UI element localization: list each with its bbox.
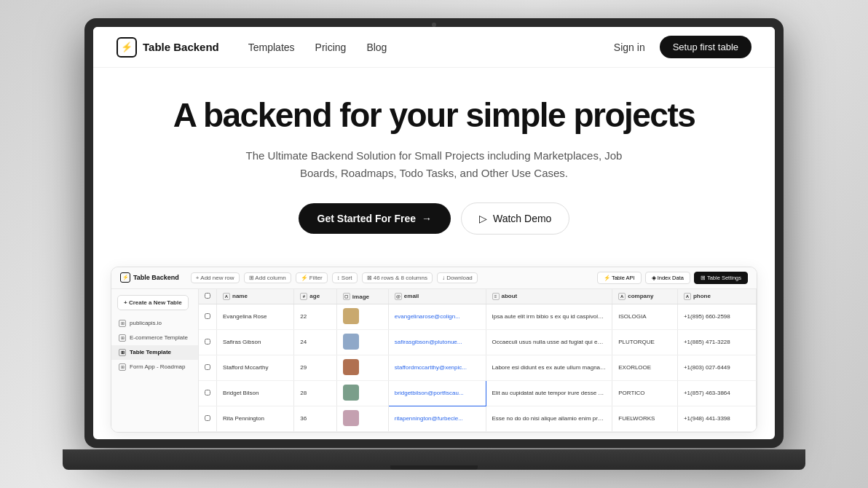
cell-about: Labore esi didunt es ex aute ullum magna… <box>486 355 612 380</box>
nav-link-pricing[interactable]: Pricing <box>315 42 347 53</box>
logo-icon: ⚡ <box>117 37 137 58</box>
row-select[interactable] <box>205 339 210 345</box>
table-icon: ⊞ <box>119 349 126 356</box>
rows-info-button[interactable]: ⊠ 46 rows & 8 columns <box>362 272 433 283</box>
webcam <box>432 23 436 27</box>
nav-link-templates[interactable]: Templates <box>248 42 295 53</box>
cell-company: EXORLOOE <box>612 355 678 380</box>
row-select[interactable] <box>205 364 210 370</box>
sidebar-item-form-app[interactable]: ⊞ Form App - Roadmap <box>111 360 198 374</box>
laptop-screen: ⚡ Table Backend Templates Pricing Blog S… <box>93 27 775 439</box>
avatar-image <box>343 410 359 426</box>
col-company: Acompany <box>612 289 678 304</box>
cell-email: evangelinarose@colign... <box>388 304 486 329</box>
index-data-button[interactable]: ◈ Index Data <box>645 272 690 284</box>
row-select[interactable] <box>205 415 210 421</box>
cell-about: Occaeculi usus nulla usse ad fugiat qui … <box>486 329 612 355</box>
table-icon: ⊞ <box>119 334 126 342</box>
table-row[interactable]: Stafford Mccarthy 29 staffordmccartthy@x… <box>199 355 757 380</box>
add-column-button[interactable]: ⊞ Add column <box>244 272 291 283</box>
select-all-checkbox[interactable] <box>205 293 210 299</box>
nav-logo[interactable]: ⚡ Table Backend <box>117 37 219 58</box>
col-phone: Aphone <box>677 289 756 304</box>
table-container: + Create a New Table ⊞ publicapis.io ⊞ E… <box>111 289 757 432</box>
cell-phone: +1(885) 471-3228 <box>677 329 756 355</box>
sidebar-item-table-template[interactable]: ⊞ Table Template <box>111 345 198 360</box>
col-icon: ◻ <box>343 293 350 300</box>
laptop-body: ⚡ Table Backend Templates Pricing Blog S… <box>84 18 784 448</box>
hero-section: A backend for your simple projects The U… <box>93 68 775 255</box>
cell-image <box>336 304 388 329</box>
table-row[interactable]: Safiras Gibson 24 safirasgibson@plutonue… <box>199 329 757 355</box>
laptop-base <box>63 449 805 470</box>
table-api-button[interactable]: ⚡ Table API <box>597 272 642 284</box>
cell-company: ISOLOGIA <box>612 304 678 329</box>
setup-table-button[interactable]: Setup first table <box>660 36 751 58</box>
table-toolbar: ⚡ Table Backend + Add new row ⊞ Add colu… <box>111 267 757 289</box>
toolbar-actions: + Add new row ⊞ Add column ⚡ Filter ↕ So… <box>191 272 591 283</box>
col-age: #age <box>294 289 337 304</box>
download-button[interactable]: ↓ Download <box>437 272 478 283</box>
tb-logo: ⚡ Table Backend <box>120 272 179 283</box>
cell-email: staffordmccartthy@xenpic... <box>388 355 486 380</box>
cell-company: PORTICO <box>612 380 678 406</box>
col-about: ≡about <box>486 289 612 304</box>
table-row[interactable]: Evangelina Rose 22 evangelinarose@colign… <box>199 304 757 329</box>
cell-age: 36 <box>294 406 337 431</box>
col-icon: # <box>300 293 307 300</box>
filter-button[interactable]: ⚡ Filter <box>296 272 328 283</box>
cell-company: FUELWORKS <box>612 406 678 431</box>
row-checkbox <box>199 304 217 329</box>
col-name: Aname <box>217 289 294 304</box>
cell-company: PLUTORQUE <box>612 329 678 355</box>
get-started-button[interactable]: Get Started For Free → <box>299 203 451 234</box>
sidebar-panel: + Create a New Table ⊞ publicapis.io ⊞ E… <box>111 289 199 432</box>
nav-link-blog[interactable]: Blog <box>366 42 387 53</box>
create-table-button[interactable]: + Create a New Table <box>117 295 189 310</box>
table-row[interactable]: Rita Pennington 36 ritapennington@furbec… <box>199 406 757 431</box>
table-settings-button[interactable]: ⊞ Table Settings <box>694 272 748 284</box>
cell-name: Stafford Mccarthy <box>217 355 294 380</box>
col-email: @email <box>388 289 486 304</box>
nav-links: Templates Pricing Blog <box>248 42 614 53</box>
table-icon: ⊞ <box>119 320 126 327</box>
data-table: Aname #age ◻image @email ≡about Acompany… <box>199 289 757 432</box>
row-checkbox <box>199 329 217 355</box>
cell-phone: +1(895) 660-2598 <box>677 304 756 329</box>
row-select[interactable] <box>205 313 210 319</box>
row-checkbox <box>199 406 217 431</box>
sort-button[interactable]: ↕ Sort <box>332 272 358 283</box>
cell-age: 28 <box>294 380 337 406</box>
signin-link[interactable]: Sign in <box>614 42 645 53</box>
navigation: ⚡ Table Backend Templates Pricing Blog S… <box>93 27 775 68</box>
sidebar-item-publicapis[interactable]: ⊞ publicapis.io <box>111 316 198 331</box>
cell-name: Bridget Bilson <box>217 380 294 406</box>
cell-image <box>336 406 388 431</box>
logo-text: Table Backend <box>143 41 219 53</box>
cell-name: Rita Pennington <box>217 406 294 431</box>
col-image: ◻image <box>336 289 388 304</box>
cell-age: 29 <box>294 355 337 380</box>
add-row-button[interactable]: + Add new row <box>191 272 240 283</box>
sidebar-item-ecommerce[interactable]: ⊞ E-commerce Template <box>111 331 198 345</box>
col-icon: A <box>618 293 626 300</box>
hero-buttons: Get Started For Free → ▷ Watch Demo <box>151 202 717 235</box>
cell-about: Ipsa aute elit irm bibio s ex qu id casp… <box>486 304 612 329</box>
col-icon: A <box>684 293 691 300</box>
cell-phone: +1(948) 441-3398 <box>677 406 756 431</box>
cell-phone: +1(803) 027-6449 <box>677 355 756 380</box>
nav-actions: Sign in Setup first table <box>614 36 751 58</box>
hero-title: A backend for your simple projects <box>151 97 717 134</box>
col-icon: @ <box>395 293 402 300</box>
tb-logo-icon: ⚡ <box>120 272 130 283</box>
avatar-image <box>343 359 359 375</box>
cell-phone: +1(857) 463-3864 <box>677 380 756 406</box>
cell-name: Safiras Gibson <box>217 329 294 355</box>
table-row[interactable]: Bridget Bilson 28 bridgetbilson@portfisc… <box>199 380 757 406</box>
row-select[interactable] <box>205 390 210 395</box>
watch-demo-button[interactable]: ▷ Watch Demo <box>461 202 569 235</box>
laptop-wrapper: ⚡ Table Backend Templates Pricing Blog S… <box>84 18 784 470</box>
cell-email: safirasgibson@plutonue... <box>388 329 486 355</box>
hero-subtitle: The Ultimate Backend Solution for Small … <box>230 147 638 182</box>
cell-email: bridgetbilson@portfiscau... <box>388 380 486 406</box>
